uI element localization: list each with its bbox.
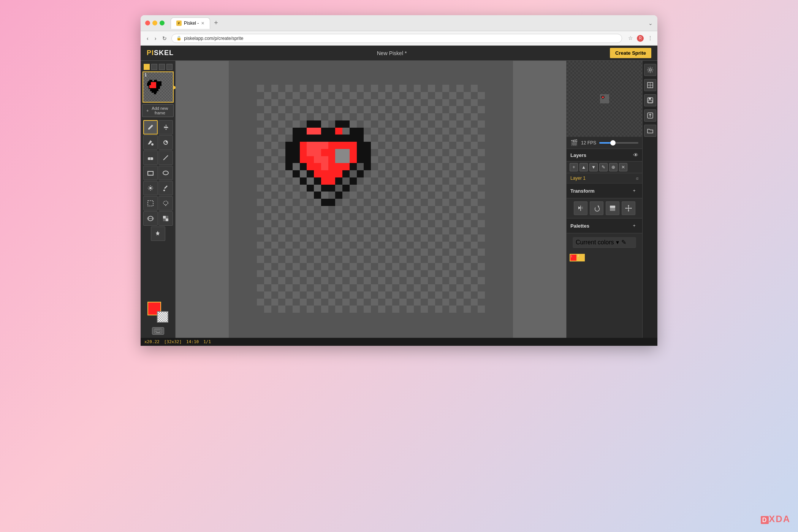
layer-delete-button[interactable]: ✕ xyxy=(619,163,627,171)
folder-button[interactable] xyxy=(644,125,656,137)
tab-close-icon[interactable]: ✕ xyxy=(201,21,204,26)
rectangle-tool-button[interactable] xyxy=(143,166,158,180)
svg-rect-18 xyxy=(163,189,165,192)
layers-toolbar: + ▲ ▼ ✎ ⊕ ✕ xyxy=(567,162,642,173)
refresh-button[interactable]: ↻ xyxy=(161,35,168,42)
add-layer-button[interactable]: + xyxy=(570,163,578,171)
svg-rect-26 xyxy=(163,218,166,221)
svg-rect-35 xyxy=(156,332,160,333)
add-icon: + xyxy=(146,108,149,113)
active-tab[interactable]: P Piskel - ✕ xyxy=(171,17,210,29)
zoom-status: x20.22 xyxy=(144,339,160,344)
flip-v-button[interactable] xyxy=(606,201,619,215)
layers-title: Layers xyxy=(570,152,586,158)
resize-button[interactable] xyxy=(644,79,656,91)
fps-slider-thumb[interactable] xyxy=(610,140,616,146)
svg-rect-25 xyxy=(166,216,168,218)
browser-titlebar: P Piskel - ✕ + ⌄ xyxy=(141,15,657,31)
palette-color-1[interactable]: 1 xyxy=(570,254,577,261)
svg-rect-38 xyxy=(610,206,615,208)
fps-icon: 🎬 xyxy=(570,139,578,146)
menu-icon[interactable]: ⋮ xyxy=(648,35,653,42)
stroke-tool-button[interactable] xyxy=(158,150,173,165)
svg-rect-23 xyxy=(163,216,166,218)
dropper2-tool-button[interactable] xyxy=(151,226,165,241)
account-icon[interactable]: R xyxy=(637,35,644,42)
layer-down-button[interactable]: ▼ xyxy=(589,163,598,171)
svg-rect-19 xyxy=(148,201,153,206)
svg-line-14 xyxy=(163,155,168,160)
svg-rect-13 xyxy=(150,157,151,160)
canvas-area[interactable] xyxy=(176,61,566,338)
rect-select-icon xyxy=(147,200,154,207)
transform-tools xyxy=(567,198,642,218)
svg-rect-15 xyxy=(148,171,153,175)
address-icons: ☆ R ⋮ xyxy=(628,35,653,42)
lighten-tool-button[interactable] xyxy=(158,135,173,150)
svg-rect-49 xyxy=(648,100,652,103)
palette-color-2[interactable]: 2 xyxy=(577,254,585,261)
maximize-button[interactable] xyxy=(160,21,165,25)
palette-dropdown[interactable]: Current colors ▾ ✎ xyxy=(573,237,636,248)
add-palette-button[interactable]: + xyxy=(630,222,638,230)
save-button[interactable] xyxy=(644,94,656,106)
layer-merge-button[interactable]: ⊕ xyxy=(609,163,618,171)
palettes-section-header: Palettes + xyxy=(567,218,642,233)
frame-1-thumbnail[interactable]: 1 xyxy=(142,71,174,103)
svg-rect-30 xyxy=(157,329,158,330)
size-large-button[interactable] xyxy=(159,64,165,70)
pencil-tool-button[interactable] xyxy=(143,120,158,135)
transform-add-button[interactable]: + xyxy=(630,187,638,195)
position-button[interactable] xyxy=(622,201,635,215)
app-header: PiSKEL New Piskel * Create Sprite xyxy=(141,46,657,61)
globe-tool-button[interactable] xyxy=(143,211,158,226)
minimize-button[interactable] xyxy=(152,21,157,25)
frame-thumbnail-art xyxy=(143,72,174,103)
folder-icon xyxy=(647,127,654,134)
settings-button[interactable] xyxy=(644,64,656,76)
save-icon xyxy=(647,97,654,104)
pixel-canvas[interactable] xyxy=(257,85,485,313)
ellipse-tool-button[interactable] xyxy=(158,166,173,180)
checker-tool-button[interactable] xyxy=(158,211,173,226)
add-frame-button[interactable]: + Add new frame xyxy=(142,104,174,117)
edit-palette-icon[interactable]: ✎ xyxy=(621,239,626,246)
fill-tool-button[interactable] xyxy=(143,135,158,150)
tab-expand-icon[interactable]: ⌄ xyxy=(648,20,653,26)
layer-up-button[interactable]: ▲ xyxy=(580,163,588,171)
new-tab-button[interactable]: + xyxy=(212,19,220,27)
fps-slider[interactable] xyxy=(599,142,638,144)
layer-edit-button[interactable]: ✎ xyxy=(599,163,608,171)
bookmark-icon[interactable]: ☆ xyxy=(628,35,633,42)
checker-icon xyxy=(162,215,169,222)
size-medium-button[interactable] xyxy=(151,64,157,70)
dropper2-icon xyxy=(155,230,162,237)
rect-select-tool-button[interactable] xyxy=(143,196,158,211)
preview-canvas xyxy=(600,94,609,103)
lasso-tool-button[interactable] xyxy=(158,196,173,211)
rectangle-icon xyxy=(147,169,154,176)
eyedropper-icon xyxy=(162,185,169,192)
size-xlarge-button[interactable] xyxy=(166,64,173,70)
move-tool-button[interactable] xyxy=(158,120,173,135)
layer-1-name: Layer 1 xyxy=(570,176,586,181)
eyedropper-tool-button[interactable] xyxy=(158,181,173,195)
layer-1-item[interactable]: Layer 1 α xyxy=(567,173,642,184)
export-button[interactable] xyxy=(644,109,656,122)
address-field[interactable]: 🔒 piskelapp.com/p/create/sprite xyxy=(171,34,622,43)
eraser-tool-button[interactable] xyxy=(143,150,158,165)
keyboard-shortcuts-icon[interactable] xyxy=(152,327,164,335)
globe-icon xyxy=(147,215,154,222)
svg-rect-48 xyxy=(649,98,651,100)
size-small-button[interactable] xyxy=(144,64,150,70)
close-button[interactable] xyxy=(145,21,150,25)
pan-tool-button[interactable] xyxy=(143,181,158,195)
rotate-button[interactable] xyxy=(590,201,603,215)
back-button[interactable]: ‹ xyxy=(145,35,150,42)
layers-visibility-icon[interactable]: 👁 xyxy=(633,152,638,158)
forward-button[interactable]: › xyxy=(153,35,158,42)
svg-rect-0 xyxy=(149,80,152,81)
flip-h-button[interactable] xyxy=(574,201,587,215)
secondary-color-swatch[interactable] xyxy=(157,311,168,323)
create-sprite-button[interactable]: Create Sprite xyxy=(610,48,651,58)
